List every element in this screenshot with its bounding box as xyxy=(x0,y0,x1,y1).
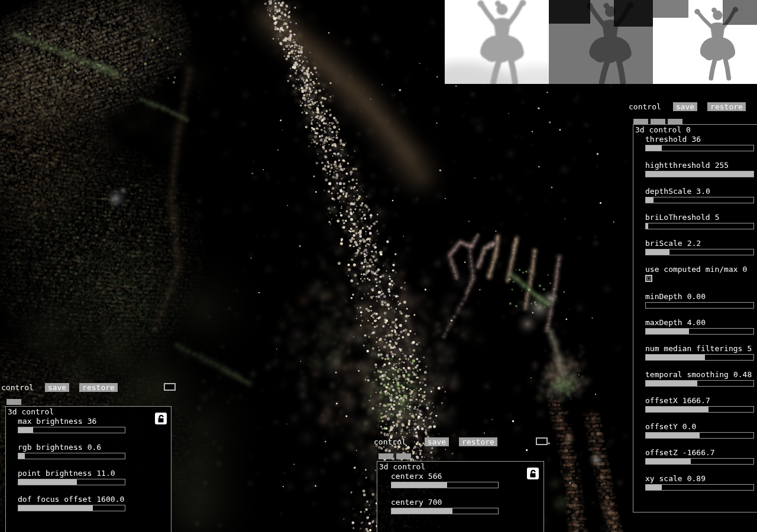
gui-header-camera: controlsaverestore xyxy=(629,102,746,112)
gui-panel-render: 3d control max brightness36 rgb brightne… xyxy=(5,406,172,532)
slider-track[interactable] xyxy=(645,432,754,439)
slider-fill xyxy=(646,355,705,360)
app: controlsaverestore 3d control 0 threshol… xyxy=(0,0,757,532)
page-title: 3d control 0 xyxy=(633,125,757,135)
slider-rgb-brightness: rgb brightness0.6 xyxy=(18,443,171,459)
minimize-box[interactable] xyxy=(536,437,548,445)
save-button[interactable]: save xyxy=(673,102,697,111)
slider-dof-focus-offset: dof focus offset1600.0 xyxy=(18,495,171,511)
slider-briscale: briScale2.2 xyxy=(645,239,757,255)
restore-button[interactable]: restore xyxy=(79,383,118,392)
slider-fill xyxy=(646,223,648,229)
gui-panel-center: 3d control centerx566 centery700 xyxy=(377,461,544,532)
slider-fill xyxy=(646,407,709,412)
slider-maxdepth: maxDepth4.00 xyxy=(645,319,757,335)
save-button[interactable]: save xyxy=(425,437,449,446)
depth-preview-2 xyxy=(549,0,653,84)
slider-track[interactable] xyxy=(645,145,754,151)
page-title: 3d control xyxy=(377,462,544,472)
slider-fill xyxy=(392,482,447,488)
minimize-box[interactable] xyxy=(164,383,176,391)
slider-fill xyxy=(646,459,691,464)
slider-fill xyxy=(646,329,689,334)
slider-fill xyxy=(18,427,33,433)
slider-fill xyxy=(646,381,697,386)
slider-fill xyxy=(18,453,25,459)
slider-centery: centery700 xyxy=(391,498,544,514)
slider-track[interactable] xyxy=(645,171,754,177)
page-tab-2[interactable] xyxy=(396,453,411,459)
page-tab-1[interactable] xyxy=(378,453,393,459)
slider-offsetx: offsetX1666.7 xyxy=(645,397,757,413)
slider-track[interactable] xyxy=(18,453,125,459)
gui-title: control xyxy=(374,437,406,446)
slider-track[interactable] xyxy=(645,302,754,309)
slider-num-median-filterings: num median filterings5 xyxy=(645,345,757,361)
slider-fill xyxy=(646,485,662,490)
slider-fill xyxy=(646,197,654,203)
slider-brilothreshold: briLoThreshold5 xyxy=(645,213,757,229)
slider-temporal-smoothing: temporal smoothing0.48 xyxy=(645,371,757,387)
lock-icon[interactable] xyxy=(527,468,539,479)
slider-depthscale: depthScale3.0 xyxy=(645,187,757,203)
slider-track[interactable] xyxy=(391,508,499,514)
slider-fill xyxy=(18,505,93,511)
slider-offsety: offsetY0.0 xyxy=(645,423,757,439)
gui-header-render: controlsaverestore xyxy=(1,383,176,392)
slider-track[interactable] xyxy=(645,458,754,465)
slider-max-brightness: max brightness36 xyxy=(18,417,171,433)
toggle-use-computed-minmax: use computed min/max0 xyxy=(645,265,757,282)
slider-track[interactable] xyxy=(18,427,125,433)
slider-track[interactable] xyxy=(391,482,499,488)
restore-button[interactable]: restore xyxy=(459,437,497,446)
lock-icon[interactable] xyxy=(155,413,167,424)
gui-title: control xyxy=(629,102,661,111)
restore-button[interactable]: restore xyxy=(707,102,746,111)
gui-title: control xyxy=(1,383,34,392)
slider-offsetz: offsetZ-1666.7 xyxy=(645,449,757,465)
slider-track[interactable] xyxy=(645,380,754,387)
slider-fill xyxy=(646,249,669,255)
slider-mindepth: minDepth0.00 xyxy=(645,293,757,309)
slider-track[interactable] xyxy=(645,249,754,255)
gui-header-center: controlsaverestore xyxy=(374,437,549,447)
slider-fill xyxy=(646,433,700,438)
slider-track[interactable] xyxy=(645,328,754,335)
slider-fill xyxy=(18,479,77,485)
slider-xy-scale: xy scale0.89 xyxy=(645,475,757,491)
slider-track[interactable] xyxy=(18,505,125,511)
checkbox[interactable] xyxy=(645,275,652,282)
depth-preview-1 xyxy=(445,0,549,84)
slider-threshold: threshold36 xyxy=(645,135,757,151)
slider-fill xyxy=(646,145,662,151)
slider-fill xyxy=(646,171,753,177)
gui-panel-camera: 3d control 0 threshold36 hightthreshold2… xyxy=(633,124,757,512)
slider-track[interactable] xyxy=(645,484,754,491)
slider-track[interactable] xyxy=(18,479,125,485)
save-button[interactable]: save xyxy=(45,383,69,392)
slider-point-brightness: point brightness11.0 xyxy=(18,469,171,485)
page-title: 3d control xyxy=(6,407,171,417)
slider-track[interactable] xyxy=(645,223,754,229)
slider-track[interactable] xyxy=(645,406,754,413)
depth-preview-3 xyxy=(653,0,757,84)
page-tab-1[interactable] xyxy=(7,399,21,405)
slider-track[interactable] xyxy=(645,354,754,361)
slider-hightthreshold: hightthreshold255 xyxy=(645,161,757,177)
slider-centerx: centerx566 xyxy=(391,472,544,488)
slider-track[interactable] xyxy=(645,197,754,203)
slider-fill xyxy=(392,508,452,514)
